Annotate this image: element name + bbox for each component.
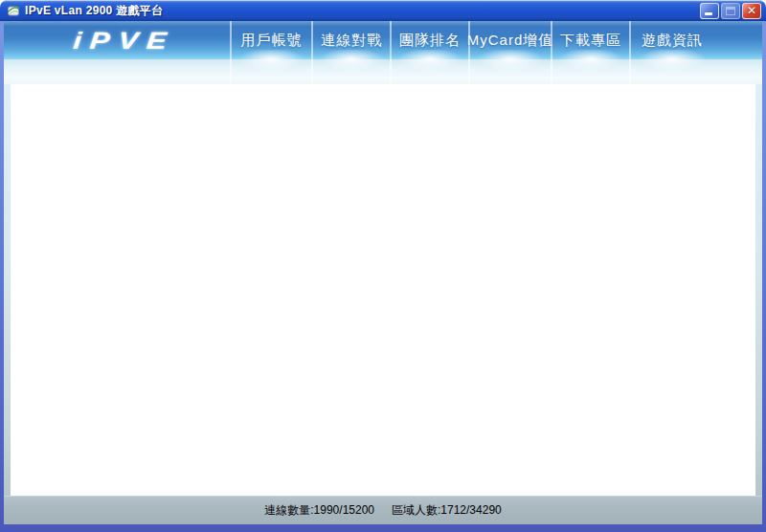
close-button[interactable]: ✕ [742,3,761,19]
nav-item-label: 用戶帳號 [232,21,311,59]
window-title: IPvE vLan 2900 遊戲平台 [25,3,700,19]
content-area [11,84,755,496]
status-connections: 連線數量:1990/15200 [264,502,374,519]
nav-item-mycard-topup[interactable]: MyCard增值 [468,21,551,84]
nav-item-label: 遊戲資訊 [631,21,713,59]
app-icon [6,3,21,18]
maximize-icon [726,7,735,15]
nav-item-team-ranking[interactable]: 團隊排名 [390,21,468,84]
maximize-button [721,3,740,19]
title-bar[interactable]: IPvE vLan 2900 遊戲平台 ✕ [0,0,766,21]
nav-item-download-zone[interactable]: 下載專區 [551,21,629,84]
nav-item-game-info[interactable]: 遊戲資訊 [629,21,713,84]
minimize-icon [705,12,712,15]
header-nav-zone: iPVE 用戶帳號 連線對戰 團隊排名 MyCard增值 [4,21,762,84]
brand-logo-text: iPVE [72,27,176,55]
nav-item-user-account[interactable]: 用戶帳號 [230,21,311,84]
close-icon: ✕ [743,4,760,18]
nav-item-label: 團隊排名 [392,21,468,59]
status-bar: 連線數量:1990/15200 區域人數:1712/34290 [4,496,762,524]
brand-logo: iPVE [42,21,205,59]
main-menu: 用戶帳號 連線對戰 團隊排名 MyCard增值 下載專區 [230,21,713,84]
nav-item-label: 下載專區 [552,21,629,59]
nav-item-online-battle[interactable]: 連線對戰 [311,21,390,84]
app-window: IPvE vLan 2900 遊戲平台 ✕ iPVE 用戶帳號 [0,0,766,532]
nav-item-label: 連線對戰 [313,21,390,59]
window-controls: ✕ [700,3,761,19]
window-body: iPVE 用戶帳號 連線對戰 團隊排名 MyCard增值 [4,21,762,524]
status-regions: 區域人數:1712/34290 [392,502,502,519]
minimize-button[interactable] [700,3,719,19]
content-frame [4,84,762,496]
nav-item-label: MyCard增值 [470,21,551,59]
